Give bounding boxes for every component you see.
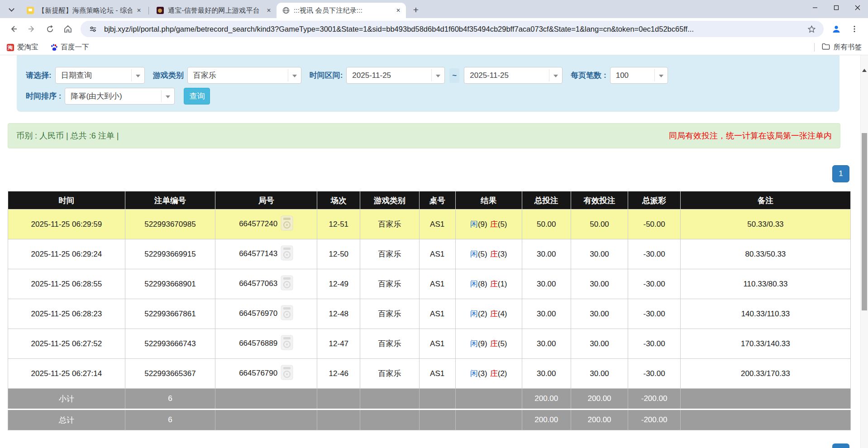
- page-1-button[interactable]: 1: [832, 165, 849, 182]
- cell-note: 80.33/50.33: [680, 239, 850, 269]
- forward-icon[interactable]: [24, 21, 39, 37]
- result-banker: 庄: [490, 310, 498, 318]
- cell-total-bet[interactable]: 30.00: [522, 299, 571, 329]
- browser-tab-strip: 【新提醒】海燕策略论坛 - 综合 ✕ 通宝-信誉最好的网上游戏平台 ✕ :::视…: [0, 0, 868, 18]
- summary-bar: 币别 : 人民币 | 总共 :6 注单 | 同局有效投注，统一计算在该局第一张注…: [8, 123, 840, 148]
- date-from-select[interactable]: 2025-11-25: [346, 67, 445, 84]
- scrollbar-thumb[interactable]: [862, 133, 867, 310]
- cell-payout: -30.00: [628, 299, 680, 329]
- home-icon[interactable]: [60, 21, 76, 37]
- site-info-icon[interactable]: [86, 22, 100, 36]
- cell-total-bet[interactable]: 50.00: [522, 210, 571, 239]
- close-icon[interactable]: ✕: [394, 6, 402, 14]
- round-id-text: 664576889: [239, 339, 277, 348]
- all-bookmarks[interactable]: 所有书签: [814, 43, 862, 52]
- result-player-score: (9): [478, 339, 487, 348]
- subtotal-count: 6: [125, 389, 215, 410]
- cell-result: 闲(3)庄(2): [455, 359, 522, 389]
- video-replay-icon[interactable]: [281, 215, 293, 233]
- col-bet-id: 注单编号: [125, 191, 215, 210]
- video-replay-icon[interactable]: [281, 275, 293, 293]
- result-banker-score: (1): [498, 280, 507, 288]
- video-replay-icon[interactable]: [281, 245, 293, 263]
- currency-total-text: 币别 : 人民币 | 总共 :6 注单 |: [16, 130, 119, 141]
- bookmark-star-icon[interactable]: [805, 22, 818, 36]
- maximize-icon[interactable]: [825, 0, 847, 15]
- cell-note: 50.33/0.33: [680, 210, 850, 239]
- game-type-select[interactable]: 百家乐: [187, 67, 301, 84]
- taobao-icon: 淘: [6, 43, 14, 51]
- sort-select[interactable]: 降幂(由大到小): [65, 88, 175, 105]
- close-icon[interactable]: ✕: [135, 6, 143, 14]
- cell-total-bet[interactable]: 30.00: [522, 239, 571, 269]
- bookmarks-bar: 淘 爱淘宝 百度一下 所有书签: [0, 40, 868, 55]
- menu-kebab-icon[interactable]: [847, 21, 862, 37]
- cell-valid-bet: 30.00: [571, 359, 628, 389]
- table-row: 2025-11-25 06:29:24 522993669915 6645771…: [8, 239, 851, 269]
- search-button[interactable]: 查询: [184, 88, 210, 105]
- sort-value: 降幂(由大到小): [71, 91, 122, 101]
- tab-search-icon[interactable]: [5, 3, 18, 16]
- page-size-value: 100: [616, 71, 629, 80]
- round-id-text: 664577143: [239, 249, 277, 258]
- browser-tab-3-active[interactable]: :::视讯 会员下注纪录::: ✕: [277, 3, 406, 18]
- cell-session: 12-51: [317, 210, 360, 239]
- cell-session: 12-50: [317, 239, 360, 269]
- url-text[interactable]: bjbj.xyz/ipl/portal.php/game/betrecord_s…: [104, 25, 800, 33]
- cell-valid-bet: 30.00: [571, 299, 628, 329]
- result-player-score: (5): [478, 250, 487, 258]
- cell-session: 12-49: [317, 269, 360, 299]
- video-replay-icon[interactable]: [281, 365, 293, 382]
- close-icon[interactable]: ✕: [265, 6, 273, 14]
- game-type-label: 游戏类别: [153, 70, 184, 81]
- game-type-value: 百家乐: [193, 70, 216, 81]
- cell-total-bet[interactable]: 30.00: [522, 269, 571, 299]
- cell-bet-id: 522993670985: [125, 210, 215, 239]
- scrollbar[interactable]: [860, 55, 868, 448]
- cell-round-id: 664577063: [215, 269, 317, 299]
- cell-bet-id: 522993668901: [125, 269, 215, 299]
- page-size-select[interactable]: 100: [610, 67, 668, 84]
- query-type-select[interactable]: 日期查询: [55, 67, 145, 84]
- address-bar[interactable]: bjbj.xyz/ipl/portal.php/game/betrecord_s…: [81, 21, 824, 37]
- cell-total-bet[interactable]: 30.00: [522, 359, 571, 389]
- close-window-icon[interactable]: [847, 0, 868, 15]
- cell-table: AS1: [419, 359, 455, 389]
- result-banker-score: (3): [498, 250, 507, 258]
- pagination-button-partial[interactable]: [832, 443, 849, 448]
- new-tab-icon[interactable]: +: [410, 4, 422, 16]
- profile-avatar-icon[interactable]: [829, 21, 844, 37]
- filter-row-1: 请选择: 日期查询 游戏类别 百家乐 时间区间: 2025-11-25 ~ 20: [26, 67, 832, 84]
- date-to-select[interactable]: 2025-11-25: [464, 67, 563, 84]
- reload-icon[interactable]: [42, 21, 57, 37]
- cell-session: 12-46: [317, 359, 360, 389]
- browser-tab-1[interactable]: 【新提醒】海燕策略论坛 - 综合 ✕: [21, 3, 147, 18]
- result-banker-score: (4): [498, 310, 507, 318]
- cell-payout: -50.00: [628, 210, 680, 239]
- total-label: 总计: [8, 410, 125, 430]
- tab-title: 通宝-信誉最好的网上游戏平台: [168, 6, 262, 15]
- cell-note: 170.33/140.33: [680, 329, 850, 359]
- cell-note: 110.33/80.33: [680, 269, 850, 299]
- cell-valid-bet: 30.00: [571, 329, 628, 359]
- cell-result: 闲(8)庄(1): [455, 269, 522, 299]
- result-banker-score: (5): [498, 339, 507, 348]
- col-session: 场次: [317, 191, 360, 210]
- subtotal-row: 小计 6 200.00 200.00 -200.00: [8, 389, 851, 410]
- back-icon[interactable]: [6, 21, 21, 37]
- video-replay-icon[interactable]: [281, 335, 293, 353]
- result-banker-score: (2): [498, 369, 507, 378]
- cell-total-bet[interactable]: 30.00: [522, 329, 571, 359]
- caret-down-icon: [292, 75, 297, 77]
- minimize-icon[interactable]: [804, 0, 825, 15]
- bookmark-taobao[interactable]: 淘 爱淘宝: [6, 43, 38, 52]
- col-valid-bet: 有效投注: [571, 191, 628, 210]
- col-total-bet: 总投注: [522, 191, 571, 210]
- col-time: 时间: [8, 191, 125, 210]
- result-player: 闲: [470, 280, 478, 288]
- browser-tab-2[interactable]: 通宝-信誉最好的网上游戏平台 ✕: [151, 3, 277, 18]
- divider: [814, 43, 815, 52]
- scroll-up-icon[interactable]: [862, 69, 867, 72]
- bookmark-baidu[interactable]: 百度一下: [50, 43, 89, 52]
- video-replay-icon[interactable]: [281, 305, 293, 323]
